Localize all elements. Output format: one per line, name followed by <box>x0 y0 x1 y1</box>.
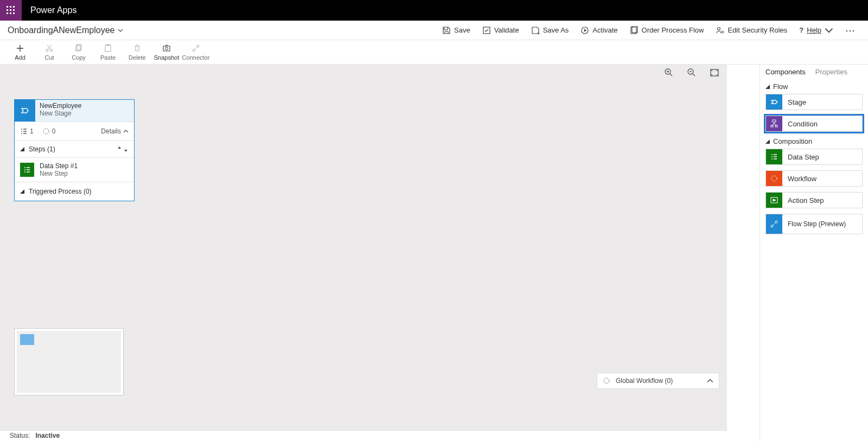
delete-icon <box>133 44 142 53</box>
steps-section[interactable]: Steps (1) <box>15 141 134 158</box>
add-button[interactable]: Add <box>5 43 35 61</box>
component-condition-label: Condition <box>782 120 818 128</box>
chevron-up-icon <box>707 378 713 384</box>
component-condition[interactable]: Condition <box>765 116 863 132</box>
step-item[interactable]: Data Step #1 New Step <box>15 158 134 182</box>
tab-components[interactable]: Components <box>765 68 806 76</box>
validate-button[interactable]: Validate <box>482 26 519 35</box>
stage-icon <box>15 100 35 122</box>
minimap-stage <box>20 334 34 345</box>
edit-security-button[interactable]: Edit Security Roles <box>716 26 787 35</box>
tab-properties[interactable]: Properties <box>815 68 847 76</box>
workflow-icon <box>42 127 50 135</box>
chevron-down-icon <box>825 26 833 35</box>
status-bar: Status: Inactive <box>0 430 727 441</box>
add-label: Add <box>5 54 35 61</box>
help-label: Help <box>807 26 821 34</box>
command-bar: Save Validate Save As Activate Order Pro… <box>442 24 860 36</box>
caret-icon <box>20 147 24 151</box>
waffle-icon <box>7 6 15 15</box>
component-action-step[interactable]: Action Step <box>765 192 863 208</box>
section-composition[interactable]: Composition <box>765 137 863 145</box>
component-stage[interactable]: Stage <box>765 94 863 110</box>
section-flow[interactable]: Flow <box>765 82 863 91</box>
cut-button[interactable]: Cut <box>35 43 64 61</box>
stage-card[interactable]: NewEmployee New Stage 1 0 Details <box>14 99 135 201</box>
flow-title[interactable]: OnboardingANewEmployee <box>8 25 123 35</box>
section-flow-label: Flow <box>773 82 788 91</box>
component-flow-step[interactable]: Flow Step (Preview) <box>765 214 863 234</box>
delete-button[interactable]: Delete <box>123 43 152 61</box>
svg-point-15 <box>197 45 199 47</box>
copy-label: Copy <box>64 54 93 61</box>
chevron-down-icon <box>118 28 123 33</box>
svg-point-7 <box>50 49 53 52</box>
minimap[interactable] <box>14 328 124 395</box>
activate-button[interactable]: Activate <box>580 26 617 35</box>
more-menu[interactable]: ⋯ <box>845 24 856 36</box>
minimap-canvas <box>17 331 121 393</box>
zoom-out-icon[interactable] <box>687 68 697 78</box>
svg-point-25 <box>771 176 777 181</box>
activate-icon <box>580 26 589 35</box>
condition-icon <box>766 116 782 131</box>
svg-point-27 <box>771 225 773 227</box>
security-icon <box>716 26 724 35</box>
validate-icon <box>482 26 491 35</box>
stage-icon <box>766 94 782 110</box>
data-step-icon <box>766 149 782 164</box>
app-header: Power Apps <box>0 0 868 21</box>
step-sub: New Step <box>40 170 78 177</box>
save-as-label: Save As <box>543 26 569 34</box>
save-as-icon <box>531 26 540 35</box>
save-as-button[interactable]: Save As <box>531 26 569 35</box>
validate-label: Validate <box>494 26 519 34</box>
help-button[interactable]: ? Help <box>799 26 833 35</box>
panel-tabs: Components Properties <box>765 68 863 76</box>
paste-label: Paste <box>93 54 123 61</box>
paste-button[interactable]: Paste <box>93 43 123 61</box>
component-stage-label: Stage <box>782 98 806 106</box>
connector-button[interactable]: Connector <box>181 43 210 61</box>
global-workflow-bar[interactable]: Global Workflow (0) <box>597 373 719 389</box>
svg-rect-0 <box>483 27 490 34</box>
canvas[interactable]: NewEmployee New Stage 1 0 Details <box>0 65 727 430</box>
snapshot-button[interactable]: Snapshot <box>152 43 181 61</box>
delete-label: Delete <box>123 54 152 61</box>
stage-stats: 1 0 Details <box>15 122 134 141</box>
help-icon: ? <box>799 26 803 34</box>
global-workflow-label: Global Workflow (0) <box>616 377 673 385</box>
flow-name: OnboardingANewEmployee <box>8 25 114 35</box>
svg-rect-22 <box>773 120 776 122</box>
waffle-button[interactable] <box>0 0 22 21</box>
zoom-in-icon[interactable] <box>664 68 674 78</box>
stage-header[interactable]: NewEmployee New Stage <box>15 100 134 122</box>
triggered-section[interactable]: Triggered Process (0) <box>15 182 134 201</box>
sub-header: OnboardingANewEmployee Save Validate Sav… <box>0 21 868 40</box>
list-icon <box>20 127 28 135</box>
trigger-count: 0 <box>42 127 56 135</box>
paste-icon <box>104 44 112 53</box>
component-workflow[interactable]: Workflow <box>765 170 863 187</box>
brand-label: Power Apps <box>22 5 76 15</box>
save-button[interactable]: Save <box>442 26 470 35</box>
details-label: Details <box>101 127 121 135</box>
save-label: Save <box>454 26 470 34</box>
camera-icon <box>162 44 171 53</box>
svg-point-19 <box>43 129 49 134</box>
workflow-icon <box>766 171 782 186</box>
component-data-step-label: Data Step <box>782 153 819 161</box>
component-action-step-label: Action Step <box>782 196 824 204</box>
copy-icon <box>74 44 83 53</box>
fit-screen-icon[interactable] <box>710 68 719 78</box>
component-data-step[interactable]: Data Step <box>765 149 863 165</box>
copy-button[interactable]: Copy <box>64 43 93 61</box>
details-toggle[interactable]: Details <box>101 127 129 135</box>
flow-step-icon <box>766 214 782 234</box>
svg-rect-24 <box>775 125 777 127</box>
order-flow-button[interactable]: Order Process Flow <box>630 26 704 35</box>
status-label: Status: <box>10 432 30 439</box>
reorder-arrows[interactable] <box>117 146 129 152</box>
status-value: Inactive <box>35 432 60 439</box>
action-step-icon <box>766 193 782 208</box>
